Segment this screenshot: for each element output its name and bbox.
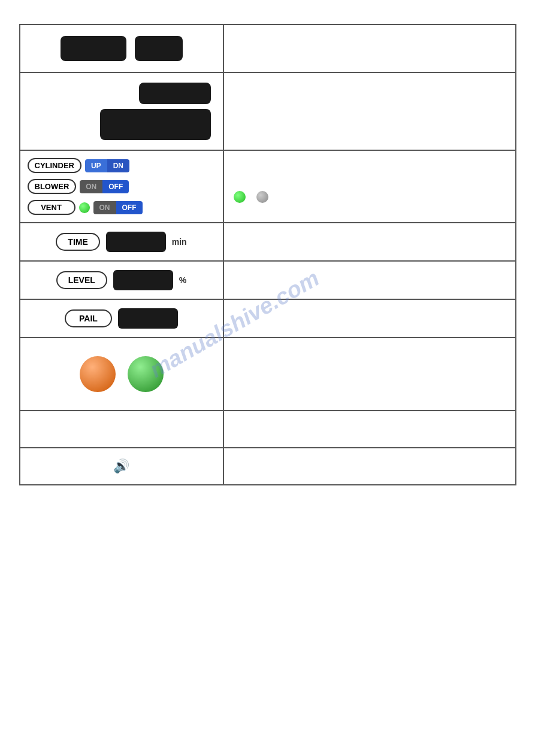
row7-left [20, 338, 224, 410]
row-1 [20, 25, 515, 73]
row1-button-1[interactable] [61, 36, 126, 61]
indicator-green-dot [128, 356, 164, 392]
cylinder-row: CYLINDER UP DN [28, 158, 129, 173]
cylinder-toggle-group: UP DN [85, 159, 129, 172]
vent-off-button[interactable]: OFF [116, 201, 143, 214]
indicator-orange-dot [80, 356, 116, 392]
blower-label-button[interactable]: BLOWER [28, 179, 77, 194]
row7-right [224, 338, 515, 410]
level-unit-label: % [179, 275, 186, 285]
vent-row: VENT ON OFF [28, 200, 143, 215]
blower-off-button[interactable]: OFF [102, 180, 129, 193]
vent-indicator-dot [79, 202, 90, 213]
row9-left: 🔊 [20, 448, 224, 484]
right-indicator-green [234, 191, 246, 203]
row-empty [20, 411, 515, 448]
row2-right [224, 73, 515, 150]
level-input[interactable] [113, 270, 173, 290]
row-audio: 🔊 [20, 448, 515, 484]
pail-label-button[interactable]: PAIL [65, 309, 112, 327]
row1-right [224, 25, 515, 72]
row6-left: PAIL [20, 300, 224, 337]
row9-right [224, 448, 515, 484]
row2-button-bottom[interactable] [100, 109, 211, 140]
row-indicators [20, 338, 515, 411]
blower-row: BLOWER ON OFF [28, 179, 129, 194]
row3-right [224, 151, 515, 222]
right-indicator-gray [256, 191, 268, 203]
row8-left [20, 411, 224, 447]
time-label-button[interactable]: TIME [56, 233, 99, 251]
vent-toggle-group: ON OFF [93, 201, 143, 214]
vent-on-button[interactable]: ON [93, 201, 116, 214]
row-controls: CYLINDER UP DN BLOWER ON OFF VENT [20, 151, 515, 223]
row3-left: CYLINDER UP DN BLOWER ON OFF VENT [20, 151, 224, 222]
cylinder-dn-button[interactable]: DN [107, 159, 129, 172]
audio-icon[interactable]: 🔊 [113, 459, 129, 474]
row5-right [224, 262, 515, 299]
blower-toggle-group: ON OFF [80, 180, 129, 193]
row1-button-2[interactable] [135, 36, 183, 61]
level-label-button[interactable]: LEVEL [56, 271, 107, 289]
row-pail: PAIL [20, 300, 515, 338]
row5-left: LEVEL % [20, 262, 224, 299]
cylinder-up-button[interactable]: UP [85, 159, 107, 172]
time-unit-label: min [172, 237, 187, 247]
row1-left [20, 25, 224, 72]
row-level: LEVEL % [20, 262, 515, 300]
pail-input[interactable] [118, 308, 178, 329]
time-input[interactable] [106, 232, 166, 252]
row6-right [224, 300, 515, 337]
row-time: TIME min [20, 223, 515, 262]
cylinder-label-button[interactable]: CYLINDER [28, 158, 81, 173]
row2-button-top[interactable] [139, 83, 211, 104]
row4-left: TIME min [20, 223, 224, 260]
row4-right [224, 223, 515, 260]
row-2 [20, 73, 515, 151]
row8-right [224, 411, 515, 447]
row2-left [20, 73, 224, 150]
vent-label-button[interactable]: VENT [28, 200, 75, 215]
blower-on-button[interactable]: ON [80, 180, 102, 193]
